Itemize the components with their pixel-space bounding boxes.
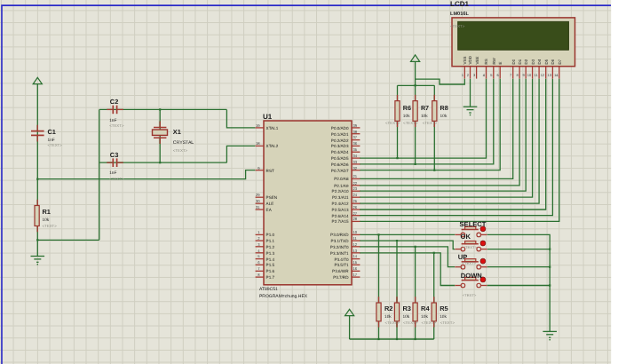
svg-text:10k: 10k	[440, 114, 448, 119]
svg-text:XTAL2: XTAL2	[266, 144, 279, 148]
svg-text:22: 22	[353, 181, 357, 186]
svg-text:EA: EA	[266, 208, 273, 212]
svg-text:R7: R7	[421, 104, 429, 112]
svg-text:10k: 10k	[421, 314, 428, 320]
svg-text:16: 16	[353, 266, 357, 271]
svg-text:D3: D3	[531, 59, 535, 64]
svg-text:R5: R5	[440, 305, 448, 313]
svg-text:P1.5: P1.5	[266, 263, 275, 267]
svg-text:D7: D7	[558, 59, 562, 64]
svg-text:P0.6/AD6: P0.6/AD6	[331, 162, 349, 167]
svg-text:ALE: ALE	[266, 202, 274, 206]
svg-text:P1.0: P1.0	[266, 233, 275, 237]
svg-text:34: 34	[353, 154, 357, 158]
svg-text:VSS: VSS	[463, 57, 467, 65]
svg-text:P2.1/A9: P2.1/A9	[334, 184, 349, 188]
svg-text:R6: R6	[403, 104, 411, 112]
svg-text:1nF: 1nF	[48, 138, 55, 143]
svg-text:26: 26	[353, 205, 357, 210]
svg-text:10: 10	[527, 73, 532, 77]
svg-text:18: 18	[256, 141, 260, 146]
svg-text:D4: D4	[537, 59, 542, 64]
svg-text:<TEXT>: <TEXT>	[464, 245, 478, 249]
svg-text:RST: RST	[266, 169, 274, 173]
svg-text:P3.6/WR: P3.6/WR	[332, 269, 349, 273]
svg-text:<TEXT>: <TEXT>	[403, 121, 418, 125]
svg-text:23: 23	[353, 186, 357, 191]
svg-text:P2.2/A10: P2.2/A10	[332, 189, 349, 194]
svg-text:<TEXT>: <TEXT>	[48, 143, 63, 147]
svg-text:13: 13	[353, 249, 357, 253]
svg-text:P3.4/T0: P3.4/T0	[334, 257, 349, 262]
svg-text:<TEXT>: <TEXT>	[463, 261, 477, 265]
svg-text:10k: 10k	[440, 314, 447, 320]
svg-text:X1: X1	[173, 128, 181, 136]
svg-text:C2: C2	[110, 98, 118, 106]
svg-text:P0.4/AD4: P0.4/AD4	[331, 150, 349, 154]
svg-text:P1.2: P1.2	[266, 245, 275, 249]
svg-text:14: 14	[353, 254, 357, 258]
svg-text:27: 27	[353, 211, 357, 216]
svg-text:U1: U1	[263, 113, 273, 121]
svg-text:P3.7/RD: P3.7/RD	[333, 275, 349, 280]
svg-text:32: 32	[353, 166, 357, 170]
svg-text:10k: 10k	[403, 114, 410, 119]
svg-text:VEE: VEE	[475, 57, 479, 65]
svg-text:37: 37	[353, 135, 357, 139]
svg-text:14: 14	[554, 73, 559, 77]
svg-text:25: 25	[353, 199, 357, 203]
svg-text:R4: R4	[421, 305, 430, 313]
svg-text:P0.5/AD5: P0.5/AD5	[331, 156, 349, 161]
svg-text:<TEXT>: <TEXT>	[422, 320, 437, 325]
svg-text:<TEXT>: <TEXT>	[385, 121, 400, 125]
svg-text:<TEXT>: <TEXT>	[463, 293, 477, 297]
svg-text:11: 11	[353, 236, 357, 241]
svg-text:P1.1: P1.1	[266, 239, 275, 243]
svg-text:28: 28	[353, 217, 357, 221]
svg-text:33: 33	[353, 160, 357, 164]
svg-text:<TEXT>: <TEXT>	[440, 320, 456, 325]
svg-text:D2: D2	[524, 59, 528, 64]
svg-text:P2.7/A15: P2.7/A15	[332, 219, 349, 224]
svg-text:24: 24	[353, 193, 357, 197]
svg-text:R1: R1	[43, 208, 51, 216]
svg-text:12: 12	[541, 73, 545, 77]
svg-text:P1.3: P1.3	[266, 251, 275, 256]
svg-text:DOWN: DOWN	[461, 272, 482, 280]
svg-text:P3.5/T1: P3.5/T1	[334, 263, 349, 267]
svg-text:P0.7/AD7: P0.7/AD7	[331, 169, 349, 173]
svg-text:RW: RW	[492, 57, 496, 64]
svg-text:RS: RS	[485, 59, 489, 64]
svg-text:SELECT: SELECT	[460, 220, 487, 228]
svg-text:1nF: 1nF	[109, 118, 116, 123]
svg-text:P3.0/RXD: P3.0/RXD	[330, 233, 349, 237]
svg-text:10k: 10k	[384, 314, 392, 320]
svg-text:36: 36	[353, 141, 357, 146]
svg-text:D0: D0	[511, 59, 516, 64]
svg-text:R3: R3	[403, 305, 411, 313]
svg-text:P3.1/TXD: P3.1/TXD	[331, 239, 350, 243]
svg-text:P1.6: P1.6	[266, 269, 275, 273]
svg-text:AT89C51: AT89C51	[259, 287, 278, 292]
svg-text:15: 15	[353, 260, 357, 265]
svg-text:P0.2/AD2: P0.2/AD2	[331, 138, 349, 143]
svg-text:10: 10	[353, 230, 357, 234]
svg-text:<TEXT>: <TEXT>	[109, 123, 124, 128]
svg-text:<TEXT>: <TEXT>	[109, 177, 124, 181]
svg-text:VDD: VDD	[469, 55, 473, 64]
svg-text:R8: R8	[440, 104, 448, 112]
svg-text:<TEXT>: <TEXT>	[43, 224, 58, 228]
svg-text:D6: D6	[551, 59, 555, 64]
svg-text:P1.7: P1.7	[266, 275, 275, 280]
svg-text:D1: D1	[518, 59, 522, 64]
svg-text:P2.3/A11: P2.3/A11	[332, 195, 349, 200]
svg-text:38: 38	[353, 130, 357, 134]
svg-text:29: 29	[256, 193, 260, 197]
svg-text:12: 12	[353, 242, 357, 247]
svg-text:13: 13	[548, 73, 552, 77]
svg-text:LCD1: LCD1	[450, 0, 469, 8]
svg-text:10k: 10k	[403, 314, 410, 320]
svg-text:19: 19	[256, 123, 260, 128]
svg-text:<TEXT>: <TEXT>	[423, 121, 438, 125]
svg-text:P2.4/A12: P2.4/A12	[332, 202, 349, 206]
